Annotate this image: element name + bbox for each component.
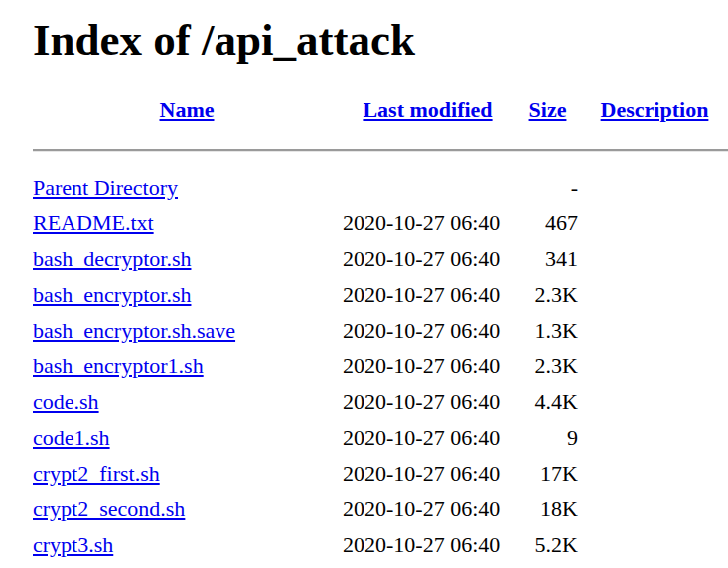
sort-by-size-link[interactable]: Size [529, 97, 567, 122]
size-cell: 17K [514, 456, 581, 492]
file-link[interactable]: code1.sh [33, 425, 110, 450]
description-cell [581, 527, 728, 563]
size-cell: 4.4K [514, 384, 581, 420]
file-table: Name Last modified Size Description [33, 97, 728, 563]
table-row: bash_encryptor1.sh 2020-10-27 06:40 2.3K [33, 349, 728, 384]
table-row: bash_encryptor.sh.save 2020-10-27 06:40 … [33, 313, 728, 349]
description-cell [581, 384, 728, 420]
size-cell: 18K [514, 492, 581, 527]
size-cell: - [514, 170, 581, 206]
sort-by-last-modified-link[interactable]: Last modified [363, 97, 492, 122]
last-modified-cell: 2020-10-27 06:40 [341, 277, 514, 313]
size-cell: 341 [514, 241, 581, 277]
column-header-size: Size [514, 97, 581, 131]
size-cell: 5.2K [514, 527, 581, 563]
description-cell [581, 170, 728, 206]
file-link[interactable]: bash_encryptor1.sh [33, 354, 204, 378]
last-modified-cell: 2020-10-27 06:40 [341, 527, 514, 563]
file-link[interactable]: code.sh [33, 389, 99, 414]
last-modified-cell: 2020-10-27 06:40 [341, 349, 514, 384]
name-cell: bash_decryptor.sh [33, 241, 341, 277]
name-cell: code1.sh [33, 420, 341, 456]
sort-by-name-link[interactable]: Name [160, 97, 215, 122]
name-cell: code.sh [33, 384, 341, 420]
name-cell: bash_encryptor.sh.save [33, 313, 341, 349]
name-cell: README.txt [33, 206, 341, 241]
file-link[interactable]: bash_encryptor.sh.save [33, 318, 235, 343]
size-cell: 467 [514, 206, 581, 241]
table-row: crypt2_first.sh 2020-10-27 06:40 17K [33, 456, 728, 492]
description-cell [581, 420, 728, 456]
file-rows: Parent Directory - README.txt 2020-10-27… [33, 170, 728, 563]
column-header-last-modified: Last modified [341, 97, 514, 131]
last-modified-cell: 2020-10-27 06:40 [341, 384, 514, 420]
file-link[interactable]: crypt2_first.sh [33, 461, 160, 486]
last-modified-cell: 2020-10-27 06:40 [341, 456, 514, 492]
description-cell [581, 241, 728, 277]
file-link[interactable]: bash_encryptor.sh [33, 282, 191, 307]
table-header-row: Name Last modified Size Description [33, 97, 728, 131]
table-row: bash_decryptor.sh 2020-10-27 06:40 341 [33, 241, 728, 277]
size-cell: 2.3K [514, 349, 581, 384]
size-cell: 2.3K [514, 277, 581, 313]
column-header-description: Description [581, 97, 728, 131]
name-cell: crypt3.sh [33, 527, 341, 563]
table-row: crypt3.sh 2020-10-27 06:40 5.2K [33, 527, 728, 563]
table-row: bash_encryptor.sh 2020-10-27 06:40 2.3K [33, 277, 728, 313]
table-row: Parent Directory - [33, 170, 728, 206]
description-cell [581, 206, 728, 241]
name-cell: crypt2_first.sh [33, 456, 341, 492]
name-cell: bash_encryptor.sh [33, 277, 341, 313]
file-link[interactable]: README.txt [33, 211, 154, 235]
table-row: code1.sh 2020-10-27 06:40 9 [33, 420, 728, 456]
table-row: crypt2_second.sh 2020-10-27 06:40 18K [33, 492, 728, 527]
description-cell [581, 456, 728, 492]
file-link[interactable]: crypt2_second.sh [33, 497, 185, 521]
description-cell [581, 277, 728, 313]
last-modified-cell: 2020-10-27 06:40 [341, 420, 514, 456]
column-header-name: Name [33, 97, 341, 131]
file-link[interactable]: bash_decryptor.sh [33, 246, 191, 271]
sort-by-description-link[interactable]: Description [601, 97, 709, 122]
header-divider-row [33, 131, 728, 170]
name-cell: crypt2_second.sh [33, 492, 341, 527]
file-link[interactable]: Parent Directory [33, 175, 178, 200]
last-modified-cell: 2020-10-27 06:40 [341, 313, 514, 349]
description-cell [581, 349, 728, 384]
description-cell [581, 492, 728, 527]
last-modified-cell: 2020-10-27 06:40 [341, 241, 514, 277]
table-row: README.txt 2020-10-27 06:40 467 [33, 206, 728, 241]
description-cell [581, 313, 728, 349]
name-cell: bash_encryptor1.sh [33, 349, 341, 384]
last-modified-cell: 2020-10-27 06:40 [341, 206, 514, 241]
file-link[interactable]: crypt3.sh [33, 532, 113, 557]
name-cell: Parent Directory [33, 170, 341, 206]
last-modified-cell: 2020-10-27 06:40 [341, 492, 514, 527]
directory-index-page: Index of /api_attack Name Last modified … [0, 16, 728, 563]
horizontal-rule [33, 149, 728, 152]
page-title: Index of /api_attack [33, 16, 728, 66]
table-row: code.sh 2020-10-27 06:40 4.4K [33, 384, 728, 420]
size-cell: 9 [514, 420, 581, 456]
last-modified-cell [341, 170, 514, 206]
size-cell: 1.3K [514, 313, 581, 349]
